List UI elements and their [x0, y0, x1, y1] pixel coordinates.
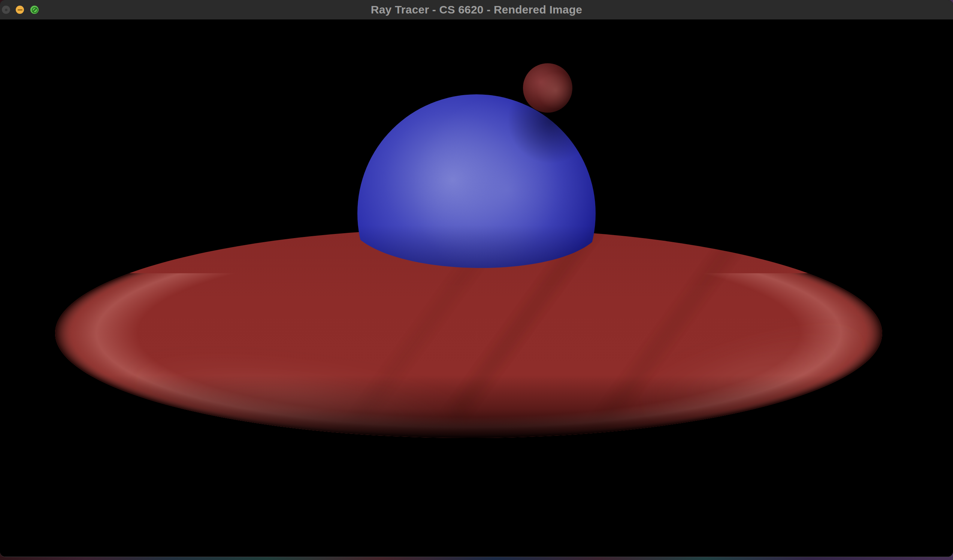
- fullscreen-icon: [30, 6, 39, 14]
- minimize-icon: [18, 9, 22, 11]
- window-title: Ray Tracer - CS 6620 - Rendered Image: [0, 0, 953, 20]
- zoom-button[interactable]: [30, 6, 39, 14]
- minimize-button[interactable]: [16, 6, 24, 14]
- rendered-image-canvas: [0, 20, 953, 557]
- close-icon: [5, 9, 8, 11]
- title-bar: Ray Tracer - CS 6620 - Rendered Image: [0, 0, 953, 20]
- close-button[interactable]: [2, 6, 10, 14]
- app-window: Ray Tracer - CS 6620 - Rendered Image: [0, 0, 953, 557]
- red-sphere: [523, 63, 573, 113]
- window-controls: [0, 0, 49, 20]
